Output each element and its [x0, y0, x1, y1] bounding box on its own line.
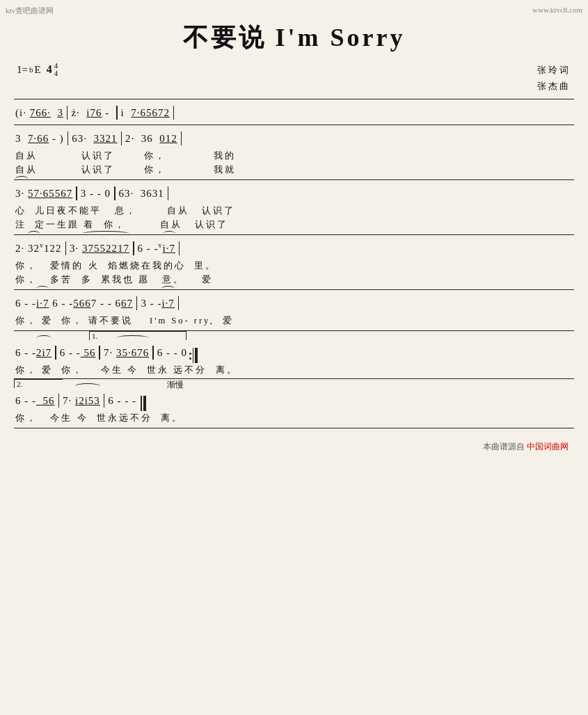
score-line-6-lyrics1: 你， 爱 你， 今生 今 世永 远不分 离。 [14, 363, 574, 377]
score-line-3-music: 3· 5 7·6 5567 3 - - 0 63· 3631 [14, 180, 574, 204]
score-line-1: (i· 766· 3 ż· i76 - i 7·65672 [14, 99, 574, 125]
score-line-3-lyrics1: 心 儿日夜不能平 息， 自从 认识了 [14, 204, 574, 218]
score-line-5-music: 6 - - i·7 6 - - 566 7 - - 6 67 3 - - i·7 [14, 290, 574, 314]
score-line-4-lyrics2: 你， 多苦 多 累我也 愿 意。 爱 [14, 273, 574, 290]
footer-left: 本曲谱源自 [483, 442, 525, 451]
score-line-4-lyrics1: 你， 爱情的 火 焰燃烧在我的心 里。 [14, 259, 574, 273]
key-signature: 1=bE 4 4 4 [17, 62, 58, 77]
score-line-2-lyrics2: 自从 认识了 你， 我就 [14, 163, 574, 180]
score-line-6-wrapper: 1. 6 - - 2i7 6 - - 56 7· 35·676 6 - - 0 [14, 331, 574, 379]
score-line-7-lyrics: 你， 今生 今 世永远不分 离。 [14, 411, 574, 428]
watermark-left: ktv查吧曲谱网 [6, 6, 54, 16]
score-line-2-music: 3 7·66 - ) 63· 3321 2· 36 012 [14, 125, 574, 149]
footer: 本曲谱源自 中国词曲网 [14, 441, 574, 453]
attribution: 张 玲 词 张 杰 曲 [537, 62, 569, 95]
watermark-right: www.ktvc8.com [532, 6, 582, 14]
score-content: (i· 766· 3 ż· i76 - i 7·65672 3 7·66 - )… [14, 99, 574, 428]
score-line-7-music: 6 - - 56 7· i2i53 6 - - - [14, 379, 574, 411]
score-line-4-music: 2· 32 v 122 3· 37552217 6 - - v i·7 [14, 235, 574, 259]
score-line-5-lyrics: 你， 爱 你， 请不要说 I'm So- rry, 爱 [14, 314, 574, 331]
score-line-7-wrapper: 2. 渐慢 6 - - 56 7· i2i53 6 - - - 你， 今生 今 … [14, 379, 574, 428]
footer-right: 中国词曲网 [527, 442, 569, 451]
title: 不要说 I'm Sorry [14, 21, 574, 55]
score-line-2-lyrics1: 自从 认识了 你， 我的 [14, 149, 574, 163]
